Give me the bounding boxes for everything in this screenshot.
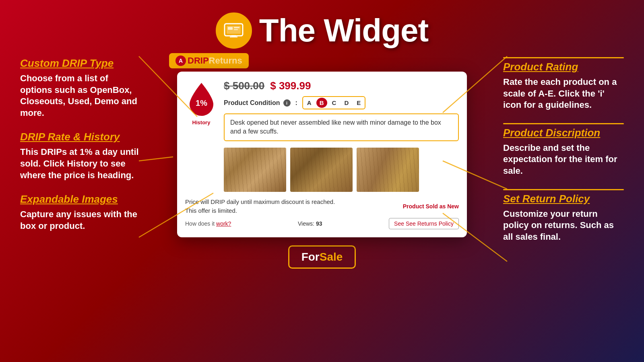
custom-drip-type-desc: Choose from a list of options such as Op… <box>20 73 141 119</box>
info-icon[interactable]: i <box>283 99 291 107</box>
product-images-row <box>224 148 459 192</box>
grade-d[interactable]: D <box>340 98 353 108</box>
wood-texture-3 <box>357 148 419 192</box>
returns-see: See <box>394 220 406 227</box>
product-rating-title: Product Rating <box>503 61 624 73</box>
widget-top: 1% History $ 500.00 $ 399.99 Product Con… <box>185 80 459 141</box>
prices: $ 500.00 $ 399.99 <box>224 80 459 92</box>
center-column: A DRIPReturns 1% History <box>149 53 495 355</box>
returns-part: Returns <box>209 56 242 66</box>
product-description-title: Product Discription <box>503 127 624 139</box>
drip-logo-bar: A DRIPReturns <box>169 53 249 68</box>
drip-rate-history-title: DRIP Rate & History <box>20 131 141 143</box>
product-image-1[interactable] <box>224 148 286 192</box>
drip-info-text: Price will DRIP daily until maximum disc… <box>185 197 400 207</box>
svg-text:1%: 1% <box>196 99 207 107</box>
product-description-box[interactable]: Desk opened but never assembled like new… <box>224 113 459 141</box>
feature-custom-drip-type: Custom DRIP Type Choose from a list of o… <box>20 57 141 119</box>
widget-bottom: Price will DRIP daily until maximum disc… <box>185 197 459 216</box>
page-title: The Widget <box>259 12 428 49</box>
offer-limited-text: This offer is limited. <box>185 206 400 216</box>
how-link-anchor[interactable]: work? <box>216 220 231 227</box>
drip-info-block: Price will DRIP daily until maximum disc… <box>185 197 400 216</box>
history-link[interactable]: History <box>192 119 211 125</box>
header: The Widget <box>0 0 644 53</box>
feature-product-description: Product Discription Describe and set the… <box>503 123 624 177</box>
grade-b[interactable]: B <box>316 98 327 108</box>
product-description-divider <box>503 123 624 124</box>
custom-drip-type-title: Custom DRIP Type <box>20 57 141 70</box>
condition-row: Product Condition i : A B C D E <box>224 96 459 109</box>
drip-logo-a-badge: A <box>175 56 186 66</box>
for-sale-badge: ForSale <box>288 245 356 269</box>
set-return-policy-divider <box>503 189 624 190</box>
svg-rect-4 <box>234 29 238 30</box>
sale-price: $ 399.99 <box>270 80 311 92</box>
expandable-images-title: Expandable Images <box>20 193 141 206</box>
returns-label: See Returns Policy <box>406 220 454 227</box>
views-label: Views: <box>298 220 314 227</box>
how-link: How does it work? <box>185 220 231 227</box>
set-return-policy-title: Set Return Policy <box>503 193 624 205</box>
condition-label: Product Condition <box>224 99 280 107</box>
logo-icon <box>216 12 252 49</box>
left-column: Custom DRIP Type Choose from a list of o… <box>12 53 149 355</box>
product-rating-divider <box>503 57 624 58</box>
drop-container: 1% History <box>185 80 217 141</box>
price-section: $ 500.00 $ 399.99 Product Condition i : … <box>224 80 459 141</box>
views-count: 93 <box>316 220 322 227</box>
sale-part: Sale <box>320 251 343 263</box>
widget-card: 1% History $ 500.00 $ 399.99 Product Con… <box>177 72 467 237</box>
product-image-2[interactable] <box>290 148 353 192</box>
drop-icon: 1% <box>185 80 217 118</box>
grade-c[interactable]: C <box>328 98 341 108</box>
drip-logo-text: DRIPReturns <box>188 56 242 66</box>
sold-as-new-badge: Product Sold as New <box>403 203 459 210</box>
feature-set-return-policy: Set Return Policy Customize your return … <box>503 189 624 243</box>
original-price: $ 500.00 <box>224 80 264 92</box>
feature-drip-rate-history: DRIP Rate & History This DRIPs at 1% a d… <box>20 131 141 181</box>
how-link-text: How does it <box>185 220 216 227</box>
feature-product-rating: Product Rating Rate the each product on … <box>503 57 624 111</box>
grade-e[interactable]: E <box>353 98 365 108</box>
expandable-images-desc: Capture any issues with the box or produ… <box>20 209 141 232</box>
drip-part: DRIP <box>188 56 209 66</box>
wood-texture-2 <box>290 148 353 192</box>
set-return-policy-desc: Customize your return policy on returns.… <box>503 208 624 243</box>
content-area: Custom DRIP Type Choose from a list of o… <box>0 53 644 355</box>
for-part: For <box>301 251 320 263</box>
product-rating-desc: Rate the each product on a scale of A-E.… <box>503 76 624 111</box>
right-column: Product Rating Rate the each product on … <box>495 53 632 355</box>
grade-a[interactable]: A <box>303 98 316 108</box>
product-image-3[interactable] <box>357 148 419 192</box>
see-returns-policy-button[interactable]: See See Returns Policy <box>389 218 459 229</box>
svg-rect-3 <box>234 27 239 28</box>
condition-grades: A B C D E <box>302 96 365 109</box>
widget-bottom-row2: How does it work? Views: 93 See See Retu… <box>185 218 459 229</box>
condition-colon: : <box>295 99 297 107</box>
product-description-desc: Describe and set the expectation for the… <box>503 142 624 177</box>
feature-expandable-images: Expandable Images Capture any issues wit… <box>20 193 141 232</box>
drip-rate-history-desc: This DRIPs at 1% a day until sold. Click… <box>20 146 141 181</box>
views-text: Views: 93 <box>298 220 322 227</box>
for-sale-text: ForSale <box>301 251 343 263</box>
wood-texture-1 <box>224 148 286 192</box>
svg-rect-2 <box>228 27 233 30</box>
